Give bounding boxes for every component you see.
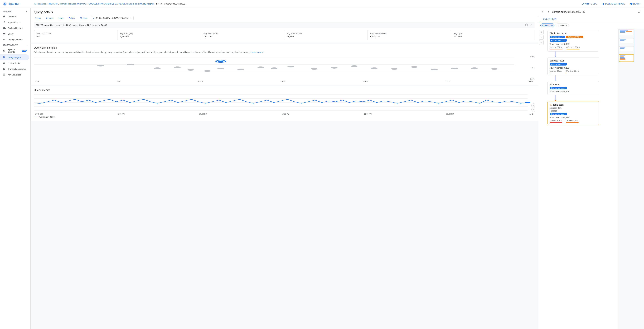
svg-rect-41	[620, 39, 626, 40]
collapse-icon[interactable]	[25, 10, 28, 13]
delete-database-label: DELETE DATABASE	[605, 2, 625, 5]
svg-point-24[interactable]	[471, 67, 478, 69]
time-6hours[interactable]: 6 hours	[45, 16, 54, 20]
expanded-view-button[interactable]: EXPANDED	[540, 23, 554, 27]
app-body: DATABASE Overview Import/Export Backup/R…	[0, 8, 644, 329]
svg-point-27[interactable]	[218, 61, 223, 62]
query-latency-section: Query latency 3s 2.5s 2s 1.5s 1s	[30, 86, 538, 121]
svg-point-7[interactable]	[154, 67, 161, 69]
time-1day[interactable]: 1 day	[57, 16, 65, 20]
delete-icon	[602, 2, 604, 5]
svg-point-6[interactable]	[127, 64, 134, 65]
sidebar-item-overview-label: Overview	[8, 15, 16, 18]
breadcrumb-fprint: FPRINT #865423840743298017	[156, 2, 186, 5]
reset-view-button[interactable]: ↺	[539, 40, 544, 45]
learn-more-link[interactable]: Learn more ↗	[250, 51, 264, 53]
latency-y-axis: 3s 2.5s 2s 1.5s 1s	[531, 93, 534, 112]
svg-rect-36	[620, 31, 625, 32]
svg-point-10[interactable]	[204, 70, 210, 72]
svg-rect-49	[620, 55, 625, 56]
sidebar-item-lock-insights[interactable]: Lock insights	[0, 60, 29, 66]
stats-row: Execution Count 340 Avg. CPU (ms) 1,968.…	[34, 30, 534, 40]
sidebar-item-backup-label: Backup/Restore	[8, 27, 23, 29]
time-range-picker[interactable]: ✓ 3/1/23, 8:43 PM - 3/2/23, 12:04 AM	[91, 16, 134, 20]
svg-rect-35	[620, 30, 628, 31]
sample-title: Sample query: 3/1/23, 9:55 PM	[552, 10, 636, 13]
learn-button[interactable]: LEARN	[629, 2, 642, 6]
edit-icon	[582, 2, 585, 5]
sidebar-item-transaction-insights[interactable]: Transaction insights	[0, 66, 29, 72]
sidebar-item-overview[interactable]: Overview	[0, 13, 29, 19]
time-1hour[interactable]: 1 hour	[34, 16, 42, 20]
query-insight-icon	[2, 56, 6, 59]
svg-point-15[interactable]	[288, 66, 294, 67]
cpu-bar-1	[566, 49, 579, 49]
svg-point-11[interactable]	[217, 68, 224, 69]
zoom-in-button[interactable]: +	[539, 30, 544, 34]
collapse-obs-icon[interactable]	[25, 44, 28, 46]
sidebar-item-streams-label: Change streams	[8, 38, 23, 41]
stat-avg-latency: Avg. latency (ms) 1,970.25	[201, 30, 284, 40]
time-7days[interactable]: 7 days	[67, 16, 76, 20]
prev-sample-button[interactable]	[540, 10, 545, 14]
breadcrumb-instance[interactable]: INSTANCE example-instance: Overview	[48, 2, 86, 5]
transaction-icon	[2, 67, 6, 70]
sidebar-item-key-visualizer[interactable]: Key Visualizer	[0, 72, 29, 78]
connector-3	[555, 95, 556, 101]
breadcrumb-sep-1: ›	[47, 2, 48, 5]
database-section-header: DATABASE	[0, 9, 30, 13]
stat-avg-cpu: Avg. CPU (ms) 1,968.93	[118, 30, 201, 40]
breadcrumb-sep-3: ›	[154, 2, 155, 5]
svg-point-18[interactable]	[351, 65, 358, 67]
sidebar-item-system-insights[interactable]: System insights NEW	[0, 47, 29, 54]
time-30days[interactable]: 30 days	[79, 16, 88, 20]
query-latency-title: Query latency	[34, 89, 534, 92]
fullscreen-button[interactable]	[637, 9, 642, 14]
svg-point-19[interactable]	[371, 67, 378, 69]
stat-avg-bytes: Avg. bytes 721,498	[451, 30, 534, 40]
svg-point-9[interactable]	[188, 69, 194, 71]
sidebar-item-change-streams[interactable]: Change streams	[0, 37, 29, 42]
compact-view-button[interactable]: COMPACT	[556, 23, 569, 27]
svg-point-13[interactable]	[258, 66, 264, 68]
copy-button[interactable]	[525, 23, 528, 27]
breadcrumb-all-instances[interactable]: All instances	[34, 2, 46, 5]
zoom-out-button[interactable]: −	[539, 35, 544, 40]
expand-button[interactable]	[530, 23, 532, 27]
svg-point-17[interactable]	[331, 67, 338, 68]
svg-rect-53	[620, 59, 625, 60]
latency-bar-1	[550, 49, 562, 49]
svg-point-22[interactable]	[431, 68, 438, 70]
svg-point-12[interactable]	[238, 68, 244, 70]
sidebar-item-backup-restore[interactable]: Backup/Restore	[0, 25, 29, 31]
svg-rect-37	[626, 31, 632, 32]
legend-line	[34, 117, 38, 117]
query-plan-samples-title: Query plan samples	[34, 46, 534, 49]
latency-bar-4	[550, 122, 562, 123]
right-panel: Sample query: 3/1/23, 9:55 PM QUERY PLAN…	[538, 8, 644, 329]
delete-database-button[interactable]: DELETE DATABASE	[601, 2, 626, 6]
scatter-x-axis: 9 PM 9:30 10 PM 10:30 11 PM 11:30 Thu 02	[34, 80, 534, 82]
plan-controls: + − ↺	[538, 29, 545, 329]
query-code-bar: SELECT quantity, order_id FROM order_ite…	[34, 22, 534, 28]
sidebar-item-query-insights[interactable]: Query insights	[0, 54, 29, 60]
warn-icon: ⚠	[550, 103, 552, 106]
svg-point-5[interactable]	[97, 65, 104, 66]
sidebar-item-import-export[interactable]: Import/Export	[0, 19, 29, 25]
svg-point-14[interactable]	[271, 67, 278, 69]
svg-point-25[interactable]	[491, 68, 498, 70]
insight-icon	[2, 49, 6, 52]
breadcrumb-database[interactable]: GOOGLE STANDARD SQL DATABASE example-db-…	[88, 2, 154, 5]
sidebar-item-query[interactable]: Query	[0, 31, 29, 37]
svg-point-21[interactable]	[411, 66, 418, 68]
svg-point-23[interactable]	[451, 68, 458, 69]
svg-point-16[interactable]	[311, 68, 318, 70]
write-ddl-button[interactable]: WRITE DDL	[581, 2, 598, 6]
lock-icon	[2, 61, 6, 65]
tab-query-plan[interactable]: QUERY PLAN	[540, 16, 559, 22]
minimap-svg	[618, 29, 643, 69]
svg-point-8[interactable]	[174, 66, 180, 68]
svg-point-20[interactable]	[391, 68, 398, 70]
svg-rect-46	[620, 48, 624, 49]
next-sample-button[interactable]	[546, 10, 551, 14]
